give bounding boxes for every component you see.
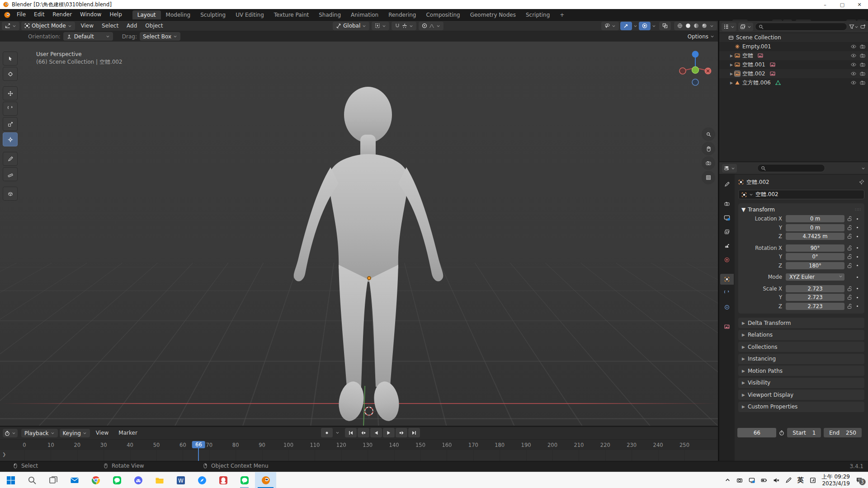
gizmos-toggle[interactable] bbox=[620, 22, 632, 30]
timeline-menu-view[interactable]: View bbox=[92, 427, 113, 439]
properties-tab-constraints[interactable] bbox=[720, 288, 734, 299]
animate-dot-icon[interactable] bbox=[854, 304, 860, 308]
zoom-view-button[interactable] bbox=[702, 127, 715, 141]
gizmo-x-axis[interactable] bbox=[705, 68, 712, 75]
animate-dot-icon[interactable] bbox=[854, 255, 860, 259]
expand-arrow-icon[interactable]: ▶ bbox=[728, 54, 735, 58]
tool-annotate-button[interactable] bbox=[3, 152, 18, 166]
pivot-point-dropdown[interactable] bbox=[372, 22, 389, 30]
animate-dot-icon[interactable] bbox=[854, 286, 860, 291]
animate-dot-icon[interactable] bbox=[854, 296, 860, 300]
snap-toggle-group[interactable] bbox=[392, 22, 416, 30]
notification-center-button[interactable]: 3 bbox=[856, 477, 863, 483]
outliner-row[interactable]: ▶空體 bbox=[719, 51, 868, 60]
camera-icon[interactable] bbox=[860, 62, 865, 67]
selectability-dropdown[interactable] bbox=[601, 22, 619, 30]
taskbar-app-line[interactable] bbox=[106, 472, 127, 488]
menu-render[interactable]: Render bbox=[48, 9, 76, 20]
camera-icon[interactable] bbox=[860, 53, 865, 58]
next-keyframe-button[interactable] bbox=[396, 428, 407, 437]
animate-dot-icon[interactable] bbox=[854, 275, 860, 279]
workspace-tab-shading[interactable]: Shading bbox=[314, 10, 346, 19]
viewport-canvas[interactable]: User Perspective (66) Scene Collection |… bbox=[0, 42, 718, 426]
eye-icon[interactable] bbox=[851, 53, 856, 58]
properties-tab-world[interactable] bbox=[720, 254, 734, 265]
menu-help[interactable]: Help bbox=[105, 9, 126, 20]
taskbar-app-line-chat[interactable] bbox=[234, 472, 255, 488]
unlock-icon[interactable] bbox=[844, 216, 854, 221]
play-button[interactable] bbox=[383, 428, 395, 437]
tray-chevron-up-icon[interactable] bbox=[725, 477, 731, 483]
expand-arrow-icon[interactable]: ▶ bbox=[728, 72, 735, 76]
properties-tab-output[interactable] bbox=[720, 212, 734, 223]
gizmo-y-axis[interactable] bbox=[692, 67, 699, 74]
rotation-mode-dropdown[interactable]: XYZ Euler bbox=[786, 273, 844, 281]
tray-camera-icon[interactable] bbox=[736, 477, 743, 483]
properties-tab-object-data[interactable] bbox=[720, 321, 734, 332]
pan-view-button[interactable] bbox=[702, 142, 715, 155]
tool-cursor-button[interactable] bbox=[3, 67, 18, 81]
maximize-button[interactable]: ▢ bbox=[834, 0, 851, 9]
gizmo-z-neg-axis[interactable] bbox=[692, 79, 698, 85]
tool-rotate-button[interactable] bbox=[3, 102, 18, 116]
taskbar-app-browser[interactable] bbox=[191, 472, 212, 488]
mode-dropdown[interactable]: Object Mode bbox=[21, 22, 75, 30]
properties-options-button[interactable] bbox=[861, 166, 865, 170]
value-field[interactable]: 2.723 bbox=[786, 285, 844, 292]
value-field[interactable]: 2.723 bbox=[786, 303, 844, 310]
timeline-body[interactable] bbox=[0, 450, 718, 461]
section-custom-properties[interactable]: ▶Custom Properties bbox=[738, 402, 864, 412]
timeline-menu-marker[interactable]: Marker bbox=[114, 427, 141, 439]
tool-move-button[interactable] bbox=[3, 86, 18, 100]
expand-arrow-icon[interactable]: ▶ bbox=[728, 81, 735, 85]
ortho-toggle-button[interactable] bbox=[702, 171, 715, 184]
menu-edit[interactable]: Edit bbox=[30, 9, 48, 20]
properties-tab-physics[interactable] bbox=[720, 302, 734, 313]
tray-volume-muted-icon[interactable] bbox=[773, 477, 779, 483]
timeline-menu-playback[interactable]: Playback bbox=[21, 429, 58, 437]
properties-tab-view-layer[interactable] bbox=[720, 226, 734, 237]
unlock-icon[interactable] bbox=[844, 225, 854, 230]
animate-dot-icon[interactable] bbox=[854, 225, 860, 230]
tool-select-tweak-button[interactable] bbox=[3, 52, 18, 66]
tray-battery-icon[interactable] bbox=[761, 477, 767, 483]
expand-arrow-icon[interactable]: ▶ bbox=[728, 63, 735, 67]
options-dropdown[interactable]: Options bbox=[688, 31, 714, 42]
taskbar-clock[interactable]: 上午 09:29 2023/4/19 bbox=[822, 474, 850, 487]
animate-dot-icon[interactable] bbox=[854, 235, 860, 239]
gizmo-x-neg-axis[interactable] bbox=[679, 68, 686, 74]
value-field[interactable]: 0 m bbox=[786, 224, 844, 231]
menu-window[interactable]: Window bbox=[76, 9, 105, 20]
eye-icon[interactable] bbox=[851, 80, 856, 85]
value-field[interactable]: 90° bbox=[786, 244, 844, 252]
collapse-arrow-icon[interactable]: ▼ bbox=[741, 206, 745, 213]
jump-to-end-button[interactable] bbox=[408, 428, 420, 437]
properties-tab-scene[interactable] bbox=[720, 240, 734, 251]
transform-panel-title[interactable]: Transform bbox=[748, 206, 775, 213]
humanoid-model[interactable] bbox=[279, 49, 460, 424]
section-relations[interactable]: ▶Relations bbox=[738, 330, 864, 340]
tray-ime-icon[interactable] bbox=[810, 477, 816, 483]
wireframe-shading-button[interactable] bbox=[677, 23, 683, 28]
section-instancing[interactable]: ▶Instancing bbox=[738, 354, 864, 364]
workspace-tab-compositing[interactable]: Compositing bbox=[421, 10, 465, 19]
workspace-tab-animation[interactable]: Animation bbox=[346, 10, 383, 19]
unlock-icon[interactable] bbox=[844, 263, 854, 268]
overlays-toggle[interactable] bbox=[639, 22, 651, 30]
play-reverse-button[interactable] bbox=[370, 428, 382, 437]
frame-start-field[interactable]: Start 1 bbox=[787, 428, 821, 437]
section-visibility[interactable]: ▶Visibility bbox=[738, 378, 864, 388]
taskbar-app-chrome[interactable] bbox=[85, 472, 106, 488]
close-button[interactable]: ✕ bbox=[851, 0, 868, 9]
frame-end-field[interactable]: End 250 bbox=[824, 428, 862, 437]
value-field[interactable]: 180° bbox=[786, 262, 844, 269]
taskbar-app-word[interactable]: W bbox=[170, 472, 191, 488]
value-field[interactable]: 4.7425 m bbox=[786, 233, 844, 240]
outliner-scope-button[interactable] bbox=[738, 23, 753, 31]
value-field[interactable]: 0° bbox=[786, 253, 844, 260]
taskbar-app-mail[interactable] bbox=[64, 472, 85, 488]
filter-button[interactable] bbox=[849, 24, 859, 29]
pin-icon[interactable] bbox=[859, 179, 864, 185]
workspace-tab-scripting[interactable]: Scripting bbox=[521, 10, 555, 19]
editor-type-button[interactable] bbox=[2, 22, 19, 30]
